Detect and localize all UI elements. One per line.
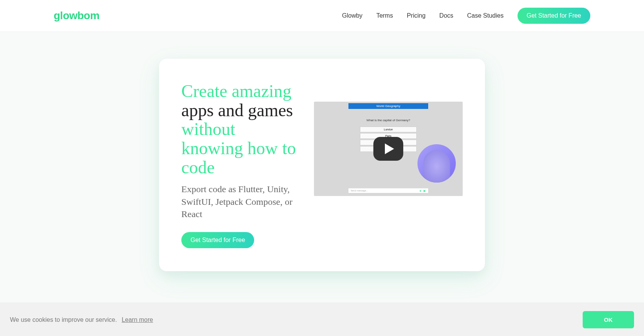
nav-terms[interactable]: Terms xyxy=(376,12,393,19)
video-question-text: What is the capital of Germany? xyxy=(348,119,428,122)
send-placeholder: Send message... xyxy=(351,189,368,192)
play-button[interactable] xyxy=(373,137,403,161)
cookie-learn-more-link[interactable]: Learn more xyxy=(122,316,153,319)
main-header: glowbom Glowby Terms Pricing Docs Case S… xyxy=(0,0,644,32)
nav-case-studies[interactable]: Case Studies xyxy=(467,12,504,19)
cookie-text-content: We use cookies to improve our service. xyxy=(10,316,117,319)
video-send-bar: Send message... ● ▶ xyxy=(348,188,428,193)
hero-section: Create amazing apps and games without kn… xyxy=(0,32,644,306)
logo[interactable]: glowbom xyxy=(54,10,99,22)
hero-text-column: Create amazing apps and games without kn… xyxy=(181,82,299,248)
nav-docs[interactable]: Docs xyxy=(439,12,453,19)
cookie-message: We use cookies to improve our service. L… xyxy=(10,316,153,319)
video-thumbnail[interactable]: World Geography What is the capital of G… xyxy=(314,102,463,196)
video-option: London xyxy=(360,127,417,132)
main-nav: Glowby Terms Pricing Docs Case Studies G… xyxy=(342,8,590,24)
mic-icon: ● xyxy=(419,189,421,193)
hero-title-line1: Create amazing xyxy=(181,81,291,101)
hero-cta-button[interactable]: Get Started for Free xyxy=(181,232,254,248)
avatar-face xyxy=(423,150,450,183)
cookie-ok-button[interactable]: OK xyxy=(583,311,634,319)
play-icon xyxy=(385,143,394,154)
send-icon: ▶ xyxy=(424,189,426,193)
hero-card: Create amazing apps and games without kn… xyxy=(159,59,485,271)
hero-title-line2: apps and games xyxy=(181,100,293,120)
video-app-title: World Geography xyxy=(348,103,428,109)
hero-title-line3: without knowing how to code xyxy=(181,119,296,177)
avatar-image xyxy=(417,144,456,183)
cookie-banner: We use cookies to improve our service. L… xyxy=(0,303,644,319)
hero-title: Create amazing apps and games without kn… xyxy=(181,82,299,177)
nav-pricing[interactable]: Pricing xyxy=(407,12,426,19)
nav-glowby[interactable]: Glowby xyxy=(342,12,362,19)
send-icons: ● ▶ xyxy=(419,189,426,193)
hero-subtitle: Export code as Flutter, Unity, SwiftUI, … xyxy=(181,183,299,220)
nav-cta-button[interactable]: Get Started for Free xyxy=(518,8,590,24)
